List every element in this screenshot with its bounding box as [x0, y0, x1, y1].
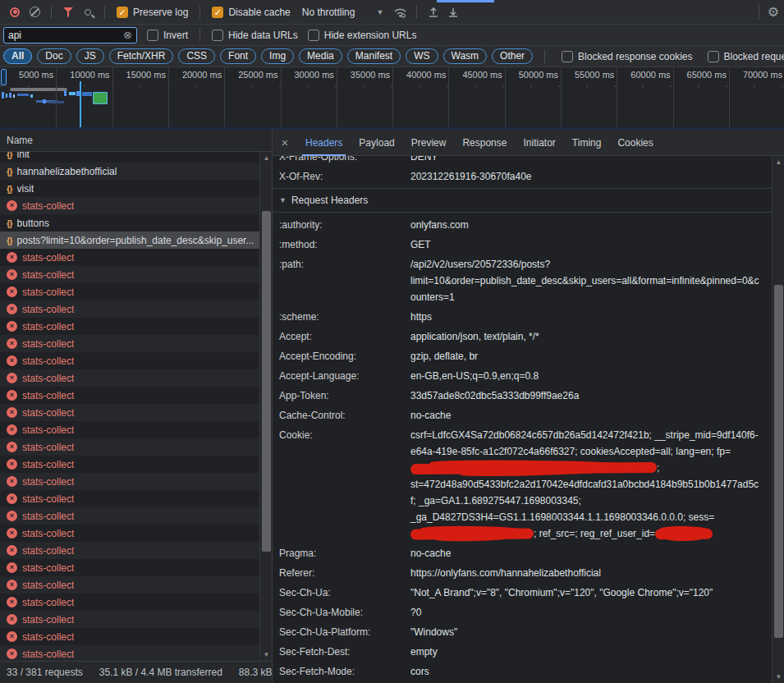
request-row[interactable]: ×stats-collect [0, 352, 259, 369]
timeline-gridline [392, 67, 393, 127]
filter-pill-css[interactable]: CSS [178, 48, 215, 64]
request-row[interactable]: ×stats-collect [0, 335, 259, 352]
filter-pill-js[interactable]: JS [76, 48, 104, 64]
scrollbar-thumb[interactable] [774, 285, 783, 638]
scroll-up-icon[interactable]: ▲ [260, 154, 272, 162]
timeline-activity [64, 90, 66, 96]
request-row[interactable]: ×stats-collect [0, 559, 259, 576]
filter-pill-font[interactable]: Font [220, 48, 256, 64]
request-row[interactable]: {}visit [0, 180, 259, 197]
hide-data-urls-checkbox[interactable]: Hide data URLs [212, 30, 298, 41]
request-row[interactable]: ×stats-collect [0, 421, 259, 438]
timeline-gridline [337, 67, 337, 127]
request-row[interactable]: ×stats-collect [0, 318, 259, 335]
error-icon: × [7, 459, 17, 470]
request-row[interactable]: ×stats-collect [0, 507, 259, 525]
request-row[interactable]: ×stats-collect [0, 197, 259, 214]
scrollbar-thumb[interactable] [262, 211, 271, 552]
clear-filter-icon[interactable]: ⊗ [123, 30, 132, 40]
invert-checkbox[interactable]: Invert [147, 30, 188, 41]
checkbox-icon [308, 30, 319, 41]
filter-pill-ws[interactable]: WS [406, 48, 438, 64]
tab-initiator[interactable]: Initiator [515, 130, 563, 156]
search-button[interactable] [78, 2, 98, 22]
filter-input[interactable] [8, 30, 123, 41]
request-row[interactable]: ×stats-collect [0, 525, 259, 542]
request-row[interactable]: ×stats-collect [0, 611, 259, 628]
tab-response[interactable]: Response [454, 130, 515, 156]
request-row[interactable]: ×stats-collect [0, 266, 259, 283]
request-name: stats-collect [22, 424, 74, 436]
tab-cookies[interactable]: Cookies [609, 130, 661, 156]
request-row[interactable]: ×stats-collect [0, 300, 259, 318]
tab-headers[interactable]: Headers [297, 130, 351, 156]
settings-gear-button[interactable]: ⚙ [759, 4, 779, 20]
request-row[interactable]: {}hannahelizabethofficial [0, 163, 259, 180]
request-list-scrollbar[interactable]: ▲ ▼ [259, 152, 272, 661]
timeline-tick-label: 20000 ms [182, 70, 222, 80]
request-row[interactable]: ×stats-collect [0, 594, 259, 611]
timeline-activity [17, 94, 29, 96]
request-row[interactable]: ×stats-collect [0, 473, 259, 490]
filter-pill-all[interactable]: All [3, 48, 32, 64]
request-row[interactable]: ×stats-collect [0, 387, 259, 404]
request-row[interactable]: ×stats-collect [0, 438, 259, 456]
blocked-response-cookies-checkbox[interactable]: Blocked response cookies [562, 51, 692, 62]
filter-pill-fetch-xhr[interactable]: Fetch/XHR [109, 48, 174, 64]
scroll-down-icon[interactable]: ▼ [773, 673, 784, 681]
request-row[interactable]: ×stats-collect [0, 456, 259, 473]
network-conditions-button[interactable] [390, 2, 410, 22]
request-row[interactable]: ×stats-collect [0, 576, 259, 594]
request-row[interactable]: ×stats-collect [0, 645, 259, 661]
details-scrollbar[interactable]: ▲ ▼ [772, 156, 784, 683]
request-name: stats-collect [22, 649, 74, 660]
record-button[interactable] [5, 2, 25, 22]
blocked-requests-checkbox[interactable]: Blocked requests [708, 51, 784, 62]
scroll-up-icon[interactable]: ▲ [773, 158, 784, 166]
request-name: stats-collect [22, 321, 74, 332]
preserve-log-checkbox[interactable]: ✓ Preserve log [117, 7, 188, 18]
throttling-select[interactable]: No throttling ▼ [302, 7, 384, 18]
scroll-down-icon[interactable]: ▼ [260, 651, 272, 658]
tab-preview[interactable]: Preview [403, 130, 455, 156]
filter-pill-wasm[interactable]: Wasm [443, 48, 488, 64]
transferred-size: 35.1 kB / 4.4 MB transferred [91, 667, 231, 678]
search-icon [85, 9, 91, 16]
request-row[interactable]: {}buttons [0, 214, 259, 231]
close-details-button[interactable]: × [273, 135, 297, 149]
filter-pill-img[interactable]: Img [261, 48, 294, 64]
request-row[interactable]: ×stats-collect [0, 628, 259, 645]
filter-pill-doc[interactable]: Doc [37, 48, 71, 64]
filter-button[interactable] [58, 2, 78, 22]
request-list: {}init{}hannahelizabethofficial{}visit×s… [0, 152, 272, 661]
hide-extension-urls-checkbox[interactable]: Hide extension URLs [308, 30, 417, 41]
request-row[interactable]: {}posts?limit=10&order=publish_date_desc… [0, 231, 259, 249]
request-row[interactable]: ×stats-collect [0, 369, 259, 387]
request-row[interactable]: ×stats-collect [0, 404, 259, 421]
request-name: stats-collect [22, 614, 74, 626]
timeline-tick-label: 40000 ms [406, 70, 446, 80]
export-har-button[interactable] [443, 2, 463, 22]
name-column-header[interactable]: Name [0, 130, 272, 152]
checkbox-checked-icon: ✓ [212, 7, 223, 18]
filter-input-wrap: ⊗ [3, 27, 137, 44]
header-name: Sec-Ch-Ua: [279, 584, 410, 601]
header-row: Cookie:csrf=LdfcGX4Sa72db06824c657db26a5… [273, 425, 772, 543]
error-icon: × [7, 511, 17, 521]
clear-button[interactable] [25, 2, 44, 22]
request-row[interactable]: ×stats-collect [0, 283, 259, 300]
network-overview-timeline[interactable]: 5000 ms10000 ms15000 ms20000 ms25000 ms3… [0, 67, 784, 130]
request-row[interactable]: ×stats-collect [0, 490, 259, 507]
request-headers-section-header[interactable]: ▼ Request Headers [273, 191, 772, 209]
overview-window-handle[interactable] [1, 69, 7, 85]
request-row[interactable]: {}init [0, 152, 259, 163]
request-row[interactable]: ×stats-collect [0, 542, 259, 559]
import-har-button[interactable] [424, 2, 443, 22]
filter-pill-other[interactable]: Other [492, 48, 533, 64]
request-row[interactable]: ×stats-collect [0, 249, 259, 266]
filter-pill-media[interactable]: Media [299, 48, 342, 64]
filter-pill-manifest[interactable]: Manifest [347, 48, 401, 64]
tab-timing[interactable]: Timing [564, 130, 610, 156]
tab-payload[interactable]: Payload [351, 130, 402, 156]
disable-cache-checkbox[interactable]: ✓ Disable cache [212, 7, 290, 18]
